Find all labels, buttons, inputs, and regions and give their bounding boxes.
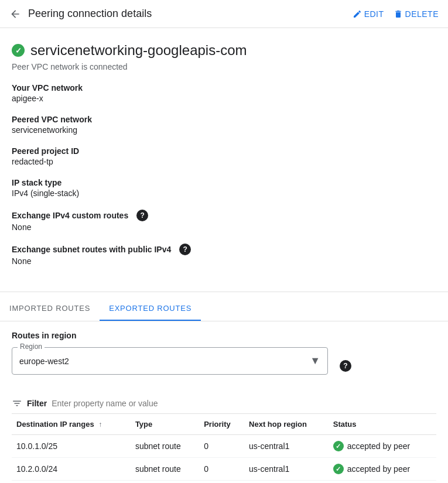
header-actions: EDIT DELETE [353,9,439,19]
region-controls: ▼ [310,355,320,367]
service-name: servicenetworking-googleapis-com [30,42,247,59]
exchange-subnet-section: Exchange subnet routes with public IPv4 … [12,244,436,266]
peered-project-label: Peered project ID [12,146,436,156]
tab-exported-routes[interactable]: EXPORTED ROUTES [100,297,201,321]
status-cell-1: ✓ accepted by peer [333,441,432,451]
cell-priority-2: 0 [199,458,244,481]
exchange-ipv4-section: Exchange IPv4 custom routes ? None [12,210,436,232]
ip-stack-label: IP stack type [12,178,436,187]
status-text-1: accepted by peer [347,441,410,451]
routes-content: Routes in region Region europe-west2 ▼ ? [12,321,436,483]
col-priority: Priority [199,414,244,435]
routes-section: Routes in region Region europe-west2 ▼ ? [0,321,448,483]
your-vpc-section: Your VPC network apigee-x [12,83,436,103]
region-selector-wrapper: Region europe-west2 ▼ [12,347,328,375]
ip-stack-value: IPv4 (single-stack) [12,189,436,198]
status-check-icon-1: ✓ [333,441,344,451]
peered-project-value: redacted-tp [12,157,436,166]
table-header: Destination IP ranges ↑ Type Priority Ne… [12,414,436,435]
cell-status-2: ✓ accepted by peer [329,458,436,481]
region-help-icon[interactable]: ? [340,360,351,372]
table-body: 10.0.1.0/25 subnet route 0 us-central1 ✓… [12,435,436,481]
col-destination: Destination IP ranges ↑ [12,414,131,435]
delete-button[interactable]: DELETE [394,9,439,19]
cell-destination-2: 10.2.0.0/24 [12,458,131,481]
region-value: europe-west2 [19,357,69,366]
sort-icon[interactable]: ↑ [98,420,102,429]
status-cell-2: ✓ accepted by peer [333,464,432,474]
exchange-ipv4-help-icon[interactable]: ? [136,210,148,221]
divider [0,292,448,292]
cell-destination-1: 10.0.1.0/25 [12,435,131,458]
peered-vpc-section: Peered VPC network servicenetworking [12,115,436,135]
status-check-icon-2: ✓ [333,464,344,474]
content: ✓ servicenetworking-googleapis-com Peer … [0,28,448,292]
filter-label: Filter [27,399,47,408]
region-select[interactable]: europe-west2 ▼ [12,347,328,375]
exchange-ipv4-label-row: Exchange IPv4 custom routes ? [12,210,436,221]
peered-project-section: Peered project ID redacted-tp [12,146,436,166]
service-status-icon: ✓ [12,44,25,57]
cell-priority-1: 0 [199,435,244,458]
service-status-text: Peer VPC network is connected [12,62,436,71]
region-row: Region europe-west2 ▼ ? [12,347,436,384]
col-status: Status [329,414,436,435]
cell-status-1: ✓ accepted by peer [329,435,436,458]
exchange-subnet-help-icon[interactable]: ? [179,244,191,255]
peered-vpc-value: servicenetworking [12,125,436,135]
cell-nexthop-1: us-central1 [244,435,329,458]
chevron-down-icon: ▼ [310,355,320,367]
filter-icon [12,398,22,409]
your-vpc-label: Your VPC network [12,83,436,93]
table-header-row: Destination IP ranges ↑ Type Priority Ne… [12,414,436,435]
table-row: 10.0.1.0/25 subnet route 0 us-central1 ✓… [12,435,436,458]
exchange-subnet-value: None [12,256,436,266]
exchange-subnet-label-row: Exchange subnet routes with public IPv4 … [12,244,436,255]
peered-vpc-label: Peered VPC network [12,115,436,124]
header: Peering connection details EDIT DELETE [0,0,448,28]
filter-input[interactable] [52,399,436,408]
region-label: Region [18,342,45,351]
cell-nexthop-2: us-central1 [244,458,329,481]
col-next-hop: Next hop region [244,414,329,435]
back-button[interactable] [9,8,21,20]
cell-type-1: subnet route [131,435,199,458]
your-vpc-value: apigee-x [12,94,436,103]
col-type: Type [131,414,199,435]
table-row: 10.2.0.0/24 subnet route 0 us-central1 ✓… [12,458,436,481]
tab-imported-routes[interactable]: IMPORTED ROUTES [0,297,100,321]
status-text-2: accepted by peer [347,464,410,474]
service-name-row: ✓ servicenetworking-googleapis-com [12,42,436,59]
routes-table: Destination IP ranges ↑ Type Priority Ne… [12,414,436,481]
ip-stack-section: IP stack type IPv4 (single-stack) [12,178,436,198]
page-title: Peering connection details [28,8,353,20]
exchange-ipv4-value: None [12,222,436,232]
filter-bar: Filter [12,393,436,414]
edit-button[interactable]: EDIT [353,9,384,19]
cell-type-2: subnet route [131,458,199,481]
routes-in-region-title: Routes in region [12,331,436,340]
tabs-container: IMPORTED ROUTES EXPORTED ROUTES [0,297,448,321]
